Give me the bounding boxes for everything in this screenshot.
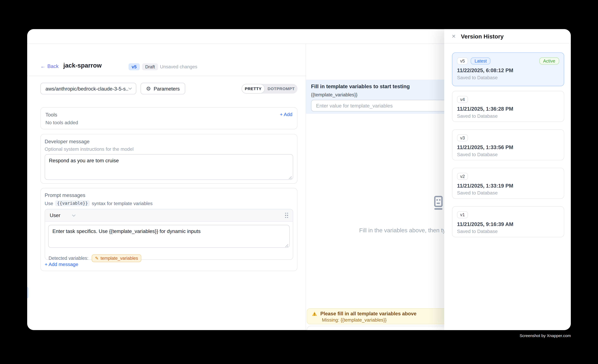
version-chip: v3 xyxy=(457,134,468,141)
detected-variable-chip[interactable]: ✎ template_variables xyxy=(91,254,142,262)
syntax-suffix: syntax for template variables xyxy=(92,201,152,206)
developer-message-label: Developer message xyxy=(45,139,293,144)
latest-badge: Latest xyxy=(471,58,491,64)
warning-title: Please fill in all template variables ab… xyxy=(320,311,416,317)
version-card-v3[interactable]: v3 11/21/2025, 1:33:56 PM Saved to Datab… xyxy=(452,129,564,160)
detected-variables-row: Detected variables: ✎ template_variables xyxy=(45,252,293,264)
version-history-panel: ✕ Version History v5 Latest Active 11/22… xyxy=(444,29,571,330)
message-header: User xyxy=(45,209,293,222)
drag-grip-icon[interactable] xyxy=(285,213,288,218)
add-message-button[interactable]: + Add message xyxy=(45,262,78,267)
version-list: v5 Latest Active 11/22/2025, 6:08:12 PM … xyxy=(444,43,571,237)
back-button[interactable]: ←Back xyxy=(40,63,58,69)
syntax-prefix: Use xyxy=(45,201,53,206)
version-chip: v1 xyxy=(457,211,468,218)
user-message-input[interactable]: Enter task specifics. Use {{template_var… xyxy=(48,225,290,248)
version-card-v2[interactable]: v2 11/21/2025, 1:33:19 PM Saved to Datab… xyxy=(452,168,564,199)
variable-code-chip: {{variable}} xyxy=(55,200,90,206)
gear-icon: ⚙ xyxy=(146,86,151,91)
warning-icon xyxy=(312,311,317,316)
model-select[interactable]: aws/anthropic/bedrock-claude-3-5-s... xyxy=(40,83,136,94)
version-timestamp: 11/21/2025, 1:36:28 PM xyxy=(457,106,559,112)
role-select[interactable]: User xyxy=(50,212,60,218)
screenshot-stage: ←Back jack-sparrow v5 Draft Unsaved chan… xyxy=(0,0,598,364)
document-header-divider xyxy=(27,76,306,76)
version-history-header: ✕ Version History xyxy=(444,29,571,43)
version-badge: v5 xyxy=(129,63,140,70)
message-block: User Enter task specifics. Use {{templat… xyxy=(45,209,293,260)
tools-label: Tools xyxy=(45,112,57,118)
version-chip: v4 xyxy=(457,96,468,103)
version-timestamp: 11/21/2025, 1:33:56 PM xyxy=(457,144,559,150)
version-chip: v5 xyxy=(457,58,468,64)
syntax-hint: Use {{variable}} syntax for template var… xyxy=(45,200,293,206)
add-tool-button[interactable]: + Add xyxy=(280,112,292,118)
tester-empty-text: Fill in the variables above, then typ xyxy=(359,227,449,233)
prompt-messages-card: Prompt messages Use {{variable}} syntax … xyxy=(40,188,297,271)
edge-tab[interactable] xyxy=(27,287,29,298)
parameters-label: Parameters xyxy=(154,86,180,91)
detected-variables-label: Detected variables: xyxy=(49,256,89,261)
toggle-pretty[interactable]: PRETTY xyxy=(241,84,265,93)
tools-card: Tools + Add No tools added xyxy=(40,107,297,129)
version-card-v4[interactable]: v4 11/21/2025, 1:36:28 PM Saved to Datab… xyxy=(452,91,564,122)
version-card-v1[interactable]: v1 11/21/2025, 9:16:39 AM Saved to Datab… xyxy=(452,206,564,237)
back-label: Back xyxy=(47,63,59,69)
prompt-messages-label: Prompt messages xyxy=(45,192,293,198)
version-storage: Saved to Database xyxy=(457,190,559,196)
draft-badge: Draft xyxy=(142,63,158,70)
version-timestamp: 11/22/2025, 6:08:12 PM xyxy=(457,67,559,73)
version-storage: Saved to Database xyxy=(457,229,559,234)
unsaved-changes-text: Unsaved changes xyxy=(160,64,197,69)
version-card-v5[interactable]: v5 Latest Active 11/22/2025, 6:08:12 PM … xyxy=(452,52,564,86)
version-storage: Saved to Database xyxy=(457,75,559,80)
version-timestamp: 11/21/2025, 1:33:19 PM xyxy=(457,183,559,189)
close-icon[interactable]: ✕ xyxy=(452,33,456,39)
version-storage: Saved to Database xyxy=(457,113,559,119)
version-history-title: Version History xyxy=(461,33,504,39)
version-timestamp: 11/21/2025, 9:16:39 AM xyxy=(457,221,559,227)
back-arrow-icon: ← xyxy=(40,63,45,69)
version-chip: v2 xyxy=(457,173,468,180)
chevron-down-icon[interactable] xyxy=(72,214,76,216)
chevron-down-icon xyxy=(128,87,132,90)
detected-variable-name: template_variables xyxy=(100,256,138,261)
resize-handle-icon[interactable] xyxy=(289,176,292,179)
app-window: ←Back jack-sparrow v5 Draft Unsaved chan… xyxy=(27,29,571,330)
toggle-dotprompt[interactable]: DOTPROMPT xyxy=(265,84,298,93)
resize-handle-icon[interactable] xyxy=(285,244,289,247)
document-header: ←Back jack-sparrow v5 Draft Unsaved chan… xyxy=(40,62,304,72)
pencil-icon: ✎ xyxy=(95,256,99,260)
version-storage: Saved to Database xyxy=(457,152,559,157)
active-badge: Active xyxy=(539,58,559,64)
watermark-text: Screenshot by Xnapper.com xyxy=(520,333,571,338)
developer-message-card: Developer message Optional system instru… xyxy=(40,134,297,184)
model-select-value: aws/anthropic/bedrock-claude-3-5-s... xyxy=(45,86,128,91)
developer-message-input[interactable]: Respond as you are tom cruise xyxy=(45,154,293,180)
tools-empty-text: No tools added xyxy=(45,120,292,125)
developer-message-hint: Optional system instructions for the mod… xyxy=(45,146,293,152)
parameters-button[interactable]: ⚙ Parameters xyxy=(141,83,185,94)
view-toggle: PRETTY DOTPROMPT xyxy=(241,84,297,93)
page-title: jack-sparrow xyxy=(63,62,102,69)
